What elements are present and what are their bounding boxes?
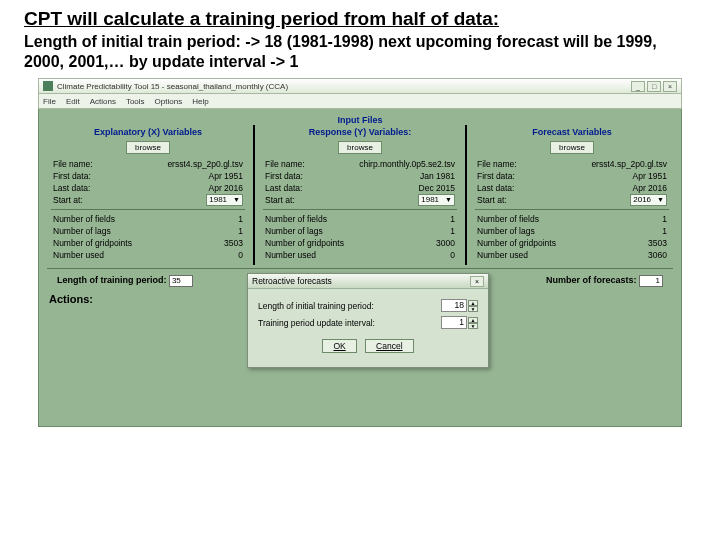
divider [465,125,467,265]
update-interval-spinner[interactable]: 1 ▲▼ [441,316,478,329]
maximize-button[interactable]: □ [647,81,661,92]
spin-down-icon[interactable]: ▼ [468,306,478,312]
chevron-down-icon: ▼ [233,194,240,206]
x-first: Apr 1951 [209,170,244,182]
y-start-value: 1981 [421,194,439,206]
dialog-title: Retroactive forecasts [252,276,332,286]
label-nused: Number used [53,249,104,261]
length-input[interactable]: 35 [169,275,193,287]
x-grid: 3503 [224,237,243,249]
x-start-dropdown[interactable]: 1981▼ [206,194,243,206]
chevron-down-icon: ▼ [657,194,664,206]
y-fields: 1 [450,213,455,225]
menu-actions[interactable]: Actions [90,97,116,106]
slide-subtitle: Length of initial train period: -> 18 (1… [0,32,720,78]
spin-down-icon[interactable]: ▼ [468,323,478,329]
y-grid: 3000 [436,237,455,249]
f-lags: 1 [662,225,667,237]
menu-edit[interactable]: Edit [66,97,80,106]
input-files-header: Input Files [47,115,673,125]
label-firstdata: First data: [53,170,91,182]
y-column: Response (Y) Variables: browse File name… [259,125,461,265]
cancel-button[interactable]: Cancel [365,339,413,353]
x-column: Explanatory (X) Variables browse File na… [47,125,249,265]
update-interval-value[interactable]: 1 [441,316,467,329]
label-lastdata: Last data: [53,182,90,194]
label-nfields: Number of fields [53,213,115,225]
f-last: Apr 2016 [633,182,668,194]
titlebar: Climate Predictability Tool 15 - seasona… [38,78,682,94]
initial-length-value[interactable]: 18 [441,299,467,312]
canvas: Input Files Explanatory (X) Variables br… [38,109,682,427]
minimize-button[interactable]: _ [631,81,645,92]
y-browse-button[interactable]: browse [338,141,382,154]
f-column: Forecast Variables browse File name:erss… [471,125,673,265]
x-fields: 1 [238,213,243,225]
menu-tools[interactable]: Tools [126,97,145,106]
chevron-down-icon: ▼ [445,194,452,206]
f-start-dropdown[interactable]: 2016▼ [630,194,667,206]
menubar: File Edit Actions Tools Options Help [38,94,682,109]
y-header: Response (Y) Variables: [263,125,457,141]
label-filename: File name: [53,158,93,170]
f-start-value: 2016 [633,194,651,206]
dialog-titlebar: Retroactive forecasts × [248,274,488,289]
divider [253,125,255,265]
x-header: Explanatory (X) Variables [51,125,245,141]
y-first: Jan 1981 [420,170,455,182]
f-first: Apr 1951 [633,170,668,182]
slide-title: CPT will calculate a training period fro… [0,0,720,32]
f-fields: 1 [662,213,667,225]
close-button[interactable]: × [663,81,677,92]
label-nlags: Number of lags [53,225,111,237]
menu-file[interactable]: File [43,97,56,106]
retroactive-dialog: Retroactive forecasts × Length of initia… [247,273,489,368]
y-last: Dec 2015 [419,182,455,194]
y-filename: chirp.monthly.0p5.se2.tsv [359,158,455,170]
y-used: 0 [450,249,455,261]
label-startat: Start at: [53,194,83,206]
menu-help[interactable]: Help [192,97,208,106]
x-lags: 1 [238,225,243,237]
label-ngrid: Number of gridpoints [53,237,132,249]
f-browse-button[interactable]: browse [550,141,594,154]
f-filename: ersst4.sp_2p0.gl.tsv [591,158,667,170]
f-grid: 3503 [648,237,667,249]
f-used: 3060 [648,249,667,261]
nforecasts-input[interactable]: 1 [639,275,663,287]
app-icon [43,81,53,91]
x-last: Apr 2016 [209,182,244,194]
app-window: Climate Predictability Tool 15 - seasona… [38,78,682,427]
window-title: Climate Predictability Tool 15 - seasona… [57,82,288,91]
x-used: 0 [238,249,243,261]
f-header: Forecast Variables [475,125,669,141]
x-filename: ersst4.sp_2p0.gl.tsv [167,158,243,170]
nforecasts-label: Number of forecasts: [546,275,637,285]
update-interval-label: Training period update interval: [258,318,375,328]
initial-length-label: Length of initial training period: [258,301,374,311]
menu-options[interactable]: Options [155,97,183,106]
y-start-dropdown[interactable]: 1981▼ [418,194,455,206]
dialog-close-button[interactable]: × [470,276,484,287]
length-label: Length of training period: [57,275,167,285]
y-lags: 1 [450,225,455,237]
ok-button[interactable]: OK [322,339,356,353]
x-start-value: 1981 [209,194,227,206]
initial-length-spinner[interactable]: 18 ▲▼ [441,299,478,312]
x-browse-button[interactable]: browse [126,141,170,154]
